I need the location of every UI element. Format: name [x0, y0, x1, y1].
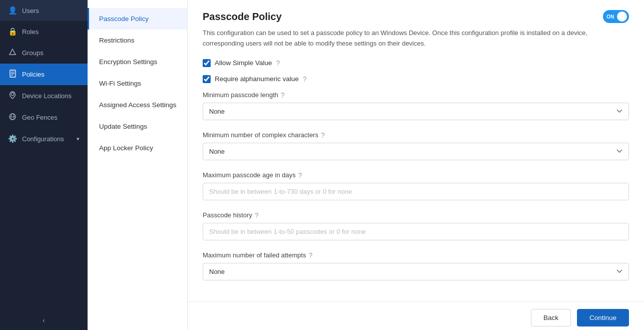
- min-complex-chars-select[interactable]: None 1 2 3 4: [203, 143, 629, 160]
- max-failed-help-icon[interactable]: ?: [309, 251, 313, 259]
- sidebar-item-policies[interactable]: Policies: [0, 64, 88, 85]
- require-alphanumeric-label: Require alphanumeric value: [215, 75, 299, 83]
- geo-icon: [8, 113, 17, 122]
- passcode-policy-toggle[interactable]: ON: [603, 10, 629, 23]
- max-passcode-age-label: Maximum passcode age in days ?: [203, 171, 629, 179]
- min-passcode-length-group: Minimum passcode length ? None 4 6 8 10 …: [203, 91, 629, 120]
- config-icon: ⚙️: [8, 134, 17, 143]
- sidebar-item-roles[interactable]: 🔒 Roles: [0, 21, 88, 42]
- passcode-history-group: Passcode history ?: [203, 211, 629, 240]
- passcode-history-input[interactable]: [203, 223, 629, 240]
- page-header: Passcode Policy ON: [203, 10, 629, 23]
- min-complex-chars-group: Minimum number of complex characters ? N…: [203, 131, 629, 160]
- nav-item-update-settings[interactable]: Update Settings: [88, 116, 187, 137]
- svg-point-5: [11, 93, 14, 96]
- nav-item-app-locker[interactable]: App Locker Policy: [88, 137, 187, 159]
- max-passcode-age-input[interactable]: [203, 183, 629, 200]
- sidebar-item-device-locations[interactable]: Device Locations: [0, 85, 88, 107]
- location-icon: [8, 91, 17, 101]
- allow-simple-checkbox[interactable]: [203, 59, 211, 67]
- chevron-down-icon: ▾: [77, 136, 80, 142]
- sidebar-item-users[interactable]: 👤 Users: [0, 0, 88, 21]
- max-failed-attempts-label: Maximum number of failed attempts ?: [203, 251, 629, 259]
- max-age-help-icon[interactable]: ?: [298, 171, 302, 179]
- allow-simple-help-icon[interactable]: ?: [276, 59, 280, 67]
- nav-item-restrictions[interactable]: Restrictions: [88, 30, 187, 51]
- continue-button[interactable]: Continue: [577, 309, 629, 326]
- sidebar-collapse-button[interactable]: ‹: [0, 310, 88, 330]
- sidebar: 👤 Users 🔒 Roles Groups Policies Device L…: [0, 0, 88, 330]
- lock-icon: 🔒: [8, 27, 17, 36]
- max-failed-attempts-select[interactable]: None 3 4 5 6 10: [203, 263, 629, 280]
- svg-marker-0: [10, 49, 16, 55]
- require-alphanumeric-checkbox[interactable]: [203, 75, 211, 83]
- toggle-label: ON: [606, 14, 614, 20]
- footer: Back Continue: [188, 301, 644, 330]
- min-passcode-length-label: Minimum passcode length ?: [203, 91, 629, 99]
- nav-item-encryption-settings[interactable]: Encryption Settings: [88, 51, 187, 73]
- sidebar-item-geo-fences[interactable]: Geo Fences: [0, 107, 88, 128]
- user-icon: 👤: [8, 6, 17, 15]
- require-alphanumeric-help-icon[interactable]: ?: [303, 75, 307, 83]
- passcode-history-help-icon[interactable]: ?: [255, 211, 259, 219]
- allow-simple-value-row: Allow Simple Value ?: [203, 59, 629, 67]
- min-passcode-help-icon[interactable]: ?: [281, 91, 285, 99]
- nav-item-passcode-policy[interactable]: Passcode Policy: [88, 8, 187, 30]
- nav-item-wifi-settings[interactable]: Wi-Fi Settings: [88, 73, 187, 94]
- nav-panel: Passcode Policy Restrictions Encryption …: [88, 0, 188, 330]
- min-passcode-length-select[interactable]: None 4 6 8 10 12: [203, 103, 629, 120]
- policy-description: This configuration can be used to set a …: [203, 28, 629, 49]
- min-complex-chars-label: Minimum number of complex characters ?: [203, 131, 629, 139]
- toggle-wrapper: ON: [603, 10, 629, 23]
- group-icon: [8, 48, 17, 58]
- back-button[interactable]: Back: [531, 309, 571, 326]
- nav-item-assigned-access[interactable]: Assigned Access Settings: [88, 94, 187, 116]
- main-content: Passcode Policy ON This configuration ca…: [188, 0, 644, 330]
- require-alphanumeric-row: Require alphanumeric value ?: [203, 75, 629, 83]
- max-passcode-age-group: Maximum passcode age in days ?: [203, 171, 629, 200]
- page-title: Passcode Policy: [203, 11, 282, 23]
- min-complex-help-icon[interactable]: ?: [321, 131, 325, 139]
- sidebar-item-configurations[interactable]: ⚙️ Configurations ▾: [0, 128, 88, 149]
- policy-icon: [8, 70, 17, 79]
- sidebar-item-groups[interactable]: Groups: [0, 42, 88, 64]
- max-failed-attempts-group: Maximum number of failed attempts ? None…: [203, 251, 629, 280]
- allow-simple-label: Allow Simple Value: [215, 59, 272, 67]
- passcode-history-label: Passcode history ?: [203, 211, 629, 219]
